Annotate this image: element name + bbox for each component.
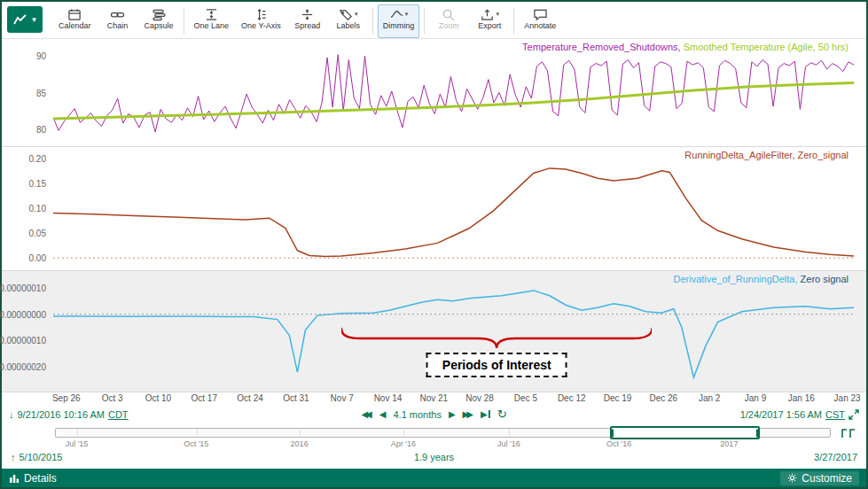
x-axis-label: Dec 26 — [650, 393, 678, 403]
range-navigation: ◀◀ ◀ 4.1 months ▶ ▶▶ ▶ ↻ — [361, 409, 506, 420]
capsule-icon — [152, 8, 167, 21]
legend-item: Derivative_of_RunningDelta, — [673, 274, 800, 284]
one-lane-icon — [204, 8, 219, 21]
full-range-icon[interactable] — [840, 426, 857, 440]
display-range-start[interactable]: ↓ 9/21/2016 10:16 AM CDT — [9, 409, 129, 420]
labels-icon — [339, 8, 354, 21]
timezone-link[interactable]: CDT — [108, 409, 129, 420]
x-axis-label: Oct 17 — [192, 393, 217, 403]
display-duration-label[interactable]: 4.1 months — [393, 409, 441, 420]
y-tick-label: 85 — [36, 88, 46, 97]
x-axis-label: Nov 7 — [331, 393, 354, 403]
toolbar-button-one-y-axis[interactable]: One Y-Axis — [236, 4, 286, 38]
line-chart-icon — [12, 12, 28, 27]
toolbar-button-one-lane[interactable]: One Lane — [189, 4, 235, 38]
investigate-range-start[interactable]: ↑ 5/10/2015 — [11, 452, 62, 462]
legend-item: Temperature_Removed_Shutdowns, — [522, 42, 684, 52]
series-line — [53, 55, 854, 132]
legend-item: Zero_signal — [798, 150, 848, 160]
y-tick-label: 0.10 — [29, 203, 46, 213]
step-forward-button[interactable]: ▶ — [449, 410, 456, 419]
x-axis-label: Nov 28 — [465, 393, 494, 403]
display-end-timestamp[interactable]: 1/24/2017 1:56 AM — [740, 409, 822, 420]
step-back-button[interactable]: ◀ — [379, 410, 387, 419]
timeline-tick — [300, 430, 301, 436]
chevron-down-icon: ▼ — [31, 16, 38, 24]
x-axis-label: Jan 9 — [745, 393, 766, 403]
x-axis-label: Oct 31 — [283, 393, 309, 403]
toolbar-button-label: Labels — [336, 21, 360, 30]
timezone-link[interactable]: CST — [825, 409, 845, 420]
refresh-icon[interactable]: ↻ — [497, 410, 507, 419]
customize-label: Customize — [802, 472, 852, 485]
investigate-range-end[interactable]: 3/27/2017 — [814, 452, 857, 462]
toolbar-button-label: Export — [478, 21, 501, 30]
toolbar-separator — [513, 8, 514, 35]
lane-plot[interactable] — [53, 39, 854, 146]
display-start-timestamp[interactable]: 9/21/2016 10:16 AM — [18, 409, 105, 420]
y-axis: 0.000000100.00000000-0.00000010-0.000000… — [2, 271, 51, 392]
legend-item: Zero signal — [801, 274, 848, 284]
toolbar-separator — [372, 8, 373, 35]
toolbar-button-capsule[interactable]: Capsule — [139, 4, 179, 38]
y-tick-label: 0.00 — [29, 253, 46, 263]
toolbar-button-label: Capsule — [145, 21, 174, 30]
toolbar-button-label: Spread — [294, 21, 320, 30]
bar-chart-icon — [9, 473, 20, 483]
customize-button[interactable]: Customize — [780, 471, 859, 485]
timeline-label: Oct '16 — [606, 439, 631, 448]
timeline-tick — [403, 430, 404, 436]
toolbar-button-label: Calendar — [59, 21, 91, 30]
toolbar-button-export[interactable]: ▾ Export — [470, 4, 509, 38]
trend-view-button[interactable]: ▼ — [7, 6, 43, 33]
toolbar-button-labels[interactable]: ▾ Labels — [329, 4, 368, 38]
timeline-label: Apr '16 — [391, 439, 416, 448]
toolbar-button-annotate[interactable]: Annotate — [519, 4, 561, 38]
status-bar: Details Customize — [2, 469, 866, 487]
workbench-window: ▼ Calendar Chain Capsule One Lane — [0, 0, 868, 489]
timeline-labels: Jul '15Oct '152016Apr '16Jul '16Oct '162… — [55, 438, 831, 449]
investigate-range-duration: 1.9 years — [414, 452, 454, 462]
display-range-end[interactable]: 1/24/2017 1:56 AM CST — [740, 409, 859, 420]
y-tick-label: -0.00000020 — [0, 362, 46, 372]
timeline-track[interactable] — [55, 428, 831, 438]
step-to-end-button[interactable]: ▶ — [481, 410, 490, 419]
dimming-icon — [389, 8, 404, 21]
legend-item: RunningDelta_AgileFilter, — [684, 150, 797, 160]
arrow-up-icon: ↑ — [11, 452, 16, 462]
toolbar-button-label: Dimming — [383, 21, 415, 30]
timeline-label: Oct '15 — [184, 439, 208, 448]
y-tick-label: 90 — [36, 51, 46, 61]
toolbar-button-spread[interactable]: Spread — [288, 4, 327, 38]
series-line — [53, 168, 854, 257]
toolbar-button-calendar[interactable]: Calendar — [53, 4, 97, 38]
step-back-fast-button[interactable]: ◀◀ — [361, 410, 369, 419]
x-axis-label: Jan 23 — [834, 393, 861, 403]
expand-range-icon[interactable] — [848, 409, 859, 420]
toolbar-button-dimming[interactable]: ▾ Dimming — [378, 4, 420, 38]
x-axis-label: Jan 16 — [788, 393, 815, 403]
x-axis-label: Nov 14 — [374, 393, 403, 403]
toolbar-button-chain[interactable]: Chain — [98, 4, 137, 38]
details-button[interactable]: Details — [9, 472, 57, 485]
x-axis: Sep 26Oct 3Oct 10Oct 17Oct 24Oct 31Nov 7… — [53, 392, 854, 406]
timeline-tick — [509, 430, 510, 436]
toolbar-separator — [184, 8, 184, 35]
legend-item: Smoothed Temperature (Agile, 50 hrs) — [684, 42, 848, 52]
toolbar-button-zoom: Zoom — [429, 4, 468, 38]
annotate-icon — [533, 8, 548, 21]
y-tick-label: 0.15 — [29, 178, 46, 188]
lane-plot[interactable] — [53, 147, 854, 270]
step-forward-fast-button[interactable]: ▶▶ — [463, 410, 471, 419]
lane-running-delta: 0.200.150.100.050.00 RunningDelta_AgileF… — [2, 147, 866, 271]
y-tick-label: 0.00000010 — [0, 283, 46, 292]
calendar-icon — [67, 8, 82, 21]
x-axis-label: Dec 19 — [604, 393, 632, 403]
one-y-axis-icon — [254, 8, 269, 21]
x-axis-label: Nov 21 — [419, 393, 448, 403]
investigate-start-date[interactable]: 5/10/2015 — [20, 452, 63, 462]
x-axis-label: Dec 12 — [558, 393, 586, 403]
timeline-label: Jul '16 — [497, 439, 520, 448]
y-axis: 908580 — [2, 39, 51, 146]
periods-of-interest-label: Periods of Interest — [426, 353, 567, 377]
